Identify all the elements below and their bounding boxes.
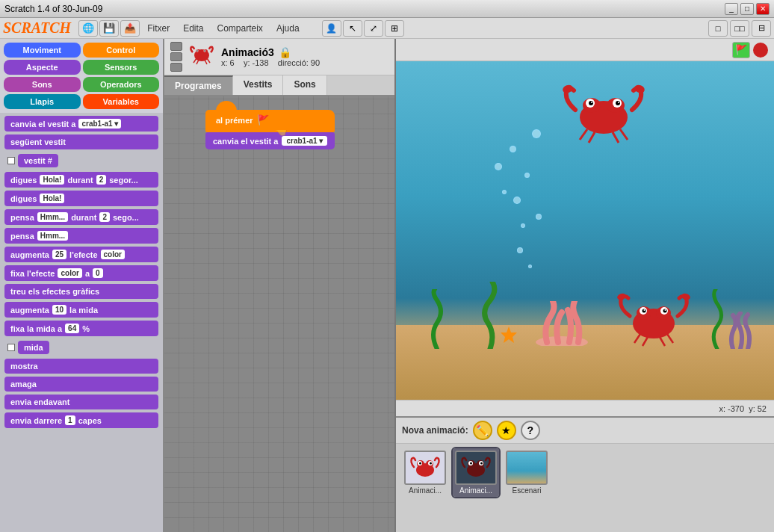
stage-canvas: [396, 61, 774, 400]
menu-comparteix[interactable]: Comparteix: [211, 22, 269, 35]
block-amaga[interactable]: amaga: [4, 377, 158, 392]
svg-point-5: [196, 50, 198, 52]
svg-line-7: [194, 58, 196, 63]
block-digues[interactable]: digues Hola!: [4, 191, 158, 206]
sprite-icon: [188, 43, 215, 70]
stop-button[interactable]: [753, 43, 768, 58]
right-panel: 🚩: [396, 39, 774, 532]
view-btn-3[interactable]: ⊟: [752, 20, 771, 37]
sprite-thumb-escenari[interactable]: Escenari: [504, 448, 550, 497]
resize-tool-button[interactable]: ⤢: [364, 20, 383, 37]
menu-edita[interactable]: Edita: [177, 22, 209, 35]
person-tool-button[interactable]: 👤: [322, 20, 341, 37]
cat-control-button[interactable]: Control: [83, 43, 160, 58]
block-pensa-durant[interactable]: pensa Hmm... durant 2 sego...: [4, 209, 158, 225]
tab-programes[interactable]: Programes: [164, 75, 233, 95]
bubble: [532, 129, 541, 138]
star-button[interactable]: ★: [497, 421, 516, 440]
green-flag-button[interactable]: 🚩: [732, 42, 750, 58]
crab-swimming: [559, 78, 648, 146]
help-button[interactable]: ?: [521, 421, 540, 440]
bubble: [495, 163, 502, 170]
cat-sensor-button[interactable]: Sensors: [83, 60, 160, 75]
bubble: [502, 190, 507, 194]
block-mida[interactable]: mida: [4, 339, 158, 356]
maximize-button[interactable]: □: [740, 3, 754, 15]
block-fixa-efecte[interactable]: fixa l'efecte color a 0: [4, 265, 158, 281]
sprite-thumb-1[interactable]: Animaci...: [402, 448, 448, 497]
share-icon-button[interactable]: 📤: [120, 20, 140, 37]
lock-icon[interactable]: 🔒: [279, 46, 291, 58]
block-pensa[interactable]: pensa Hmm...: [4, 228, 158, 244]
block-fixa-mida[interactable]: fixa la mida a 64 %: [4, 321, 158, 336]
globe-icon-button[interactable]: 🌐: [78, 20, 98, 37]
sprite-name-label: Animació3: [221, 46, 274, 58]
block-canvia-vestit[interactable]: canvia el vestit a crab1-a1 ▾: [4, 116, 158, 132]
menu-ajuda[interactable]: Ajuda: [270, 22, 306, 35]
titlebar-title: Scratch 1.4 of 30-Jun-09: [4, 4, 102, 14]
zoom-tool-button[interactable]: ⊞: [385, 20, 404, 37]
block-digues-durant[interactable]: digues Hola! durant 2 segor...: [4, 172, 158, 188]
sprite-header: Animació3 🔒 x: 6 y: -138 direcció: 90: [164, 39, 394, 75]
save-icon-button[interactable]: 💾: [99, 20, 119, 37]
block-envia-darrere[interactable]: envia darrere 1 capes: [4, 412, 158, 428]
stage-toolbar: 🚩: [396, 39, 774, 61]
block-treu-efectes[interactable]: treu els efectes gràfics: [4, 284, 158, 299]
svg-point-38: [681, 292, 691, 301]
svg-line-26: [613, 132, 619, 143]
bubble: [528, 265, 532, 268]
starfish: [498, 325, 519, 346]
sprite-nav-down[interactable]: [170, 63, 182, 72]
canvas-hat-block[interactable]: al prémer 🚩 canvia el vestit a crab1-a1 …: [205, 110, 335, 149]
canvas-purple-block[interactable]: canvia el vestit a crab1-a1 ▾: [205, 132, 335, 149]
block-mostra[interactable]: mostra: [4, 359, 158, 374]
block-envia-endavant[interactable]: envia endavant: [4, 395, 158, 409]
bubble: [517, 247, 523, 253]
tab-vestits[interactable]: Vestits: [233, 75, 284, 95]
cat-sound-button[interactable]: Sons: [4, 77, 81, 92]
minimize-button[interactable]: _: [725, 3, 738, 15]
svg-point-48: [419, 463, 421, 465]
block-vestit-num[interactable]: vestit #: [4, 152, 158, 169]
block-augmenta-mida[interactable]: augmenta 10 la mida: [4, 302, 158, 318]
svg-line-25: [589, 132, 595, 143]
arrow-tool-button[interactable]: ↖: [343, 20, 362, 37]
mida-checkbox[interactable]: [7, 344, 15, 351]
view-btn-1[interactable]: □: [708, 20, 728, 37]
left-panel: Moviment Control Aspecte Sensors Sons Op…: [0, 39, 164, 532]
paint-new-button[interactable]: ✏️: [473, 421, 492, 440]
cat-operator-button[interactable]: Operadors: [83, 77, 160, 92]
vestit-checkbox[interactable]: [7, 157, 15, 164]
titlebar-controls: _ □ ✕: [725, 3, 770, 15]
bubble: [510, 146, 516, 152]
cat-variable-button[interactable]: Variables: [83, 94, 160, 109]
menu-fitxer[interactable]: Fitxer: [141, 22, 176, 35]
sprite-thumb-2[interactable]: Animaci...: [453, 448, 499, 497]
sprite-nav-expand[interactable]: [170, 52, 182, 61]
category-grid: Moviment Control Aspecte Sensors Sons Op…: [0, 39, 163, 113]
coral-pink: [532, 301, 592, 346]
titlebar: Scratch 1.4 of 30-Jun-09 _ □ ✕: [0, 0, 774, 18]
tab-sons[interactable]: Sons: [283, 75, 326, 95]
sprite-label-1: Animaci...: [409, 486, 442, 495]
block-augmenta-efecte[interactable]: augmenta 25 l'efecte color: [4, 247, 158, 262]
block-seguent-vestit[interactable]: següent vestit: [4, 134, 158, 149]
green-flag-mini: 🚩: [257, 114, 269, 126]
close-button[interactable]: ✕: [756, 3, 770, 15]
center-tools: 👤 ↖ ⤢ ⊞: [322, 20, 404, 37]
svg-line-9: [205, 60, 207, 64]
svg-point-56: [480, 463, 483, 465]
nova-animacio-label: Nova animació:: [402, 425, 468, 436]
script-tabs: Programes Vestits Sons: [164, 75, 394, 96]
sprite-nav-up[interactable]: [170, 42, 182, 51]
main-area: Moviment Control Aspecte Sensors Sons Op…: [0, 39, 774, 532]
cat-look-button[interactable]: Aspecte: [4, 60, 81, 75]
cat-pen-button[interactable]: Llapis: [4, 94, 81, 109]
scene-thumb-img: [506, 451, 548, 485]
view-btn-2[interactable]: □□: [730, 20, 749, 37]
svg-line-42: [667, 334, 673, 343]
seaweed-left: [426, 289, 448, 349]
svg-point-19: [616, 101, 620, 105]
scripts-canvas[interactable]: al prémer 🚩 canvia el vestit a crab1-a1 …: [164, 96, 394, 532]
cat-motion-button[interactable]: Moviment: [4, 43, 81, 58]
